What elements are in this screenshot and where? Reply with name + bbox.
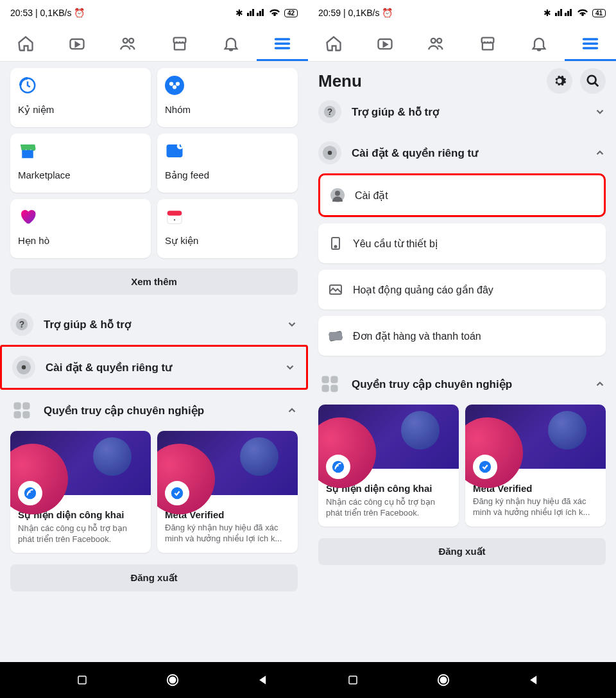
svg-rect-39	[330, 376, 338, 383]
svg-point-25	[437, 38, 441, 42]
signal-icon	[247, 8, 265, 17]
logout-button[interactable]: Đăng xuất	[318, 538, 606, 565]
sub-item-label: Đơn đặt hàng và thanh toán	[353, 330, 481, 342]
pro-card-public-presence[interactable]: Sự hiện diện công khai Nhận các công cụ …	[10, 431, 151, 553]
android-home[interactable]	[164, 672, 181, 688]
svg-rect-38	[322, 376, 329, 383]
help-icon: ?	[10, 313, 33, 336]
shortcut-label: Sự kiện	[165, 235, 290, 247]
help-icon: ?	[318, 100, 341, 123]
android-home[interactable]	[435, 672, 452, 688]
nav-home[interactable]	[308, 26, 359, 61]
shortcut-feeds[interactable]: Bảng feed	[157, 134, 298, 193]
svg-point-34	[335, 246, 337, 248]
status-time: 20:59 | 0,1KB/s ⏰	[318, 8, 393, 18]
svg-point-32	[335, 191, 340, 196]
shortcut-label: Marketplace	[18, 170, 143, 180]
chevron-down-icon	[286, 318, 298, 330]
see-more-button[interactable]: Xem thêm	[10, 268, 298, 295]
top-nav	[308, 26, 616, 62]
row-help[interactable]: ? Trợ giúp & hỗ trợ	[308, 98, 616, 132]
pro-icon	[318, 372, 341, 396]
nav-friends[interactable]	[103, 26, 154, 61]
row-label: Cài đặt & quyền riêng tư	[352, 146, 584, 160]
feed-icon	[165, 141, 184, 161]
screen-right: 20:59 | 0,1KB/s ⏰ ✱ 41 Menu	[308, 0, 616, 662]
sub-item-ad-activity[interactable]: Hoạt động quảng cáo gần đây	[318, 270, 606, 310]
settings-sub-items: Cài đặt Yêu cầu từ thiết bị Hoạt động qu…	[308, 173, 616, 363]
svg-point-2	[129, 38, 133, 42]
pro-card-desc: Đăng ký nhận huy hiệu đã xác minh và hưở…	[473, 496, 598, 518]
wifi-icon	[577, 8, 588, 17]
shortcut-groups[interactable]: Nhóm	[157, 68, 298, 127]
chevron-up-icon	[594, 378, 606, 390]
shortcut-events[interactable]: Sự kiện	[157, 199, 298, 258]
shortcut-label: Nhóm	[165, 104, 290, 115]
nav-marketplace[interactable]	[154, 26, 205, 61]
shortcut-label: Hẹn hò	[18, 235, 143, 247]
battery-indicator: 42	[284, 9, 298, 17]
sub-item-orders-payments[interactable]: Đơn đặt hàng và thanh toán	[318, 316, 606, 356]
svg-rect-18	[22, 403, 30, 410]
row-settings-privacy[interactable]: Cài đặt & quyền riêng tư	[0, 345, 308, 390]
shortcut-memories[interactable]: Kỷ niệm	[10, 68, 151, 127]
shortcut-marketplace[interactable]: Marketplace	[10, 134, 151, 193]
nav-watch[interactable]	[359, 26, 411, 61]
row-pro-access[interactable]: Quyền truy cập chuyên nghiệp	[308, 363, 616, 405]
verified-badge-icon	[165, 481, 189, 505]
svg-point-46	[169, 677, 175, 683]
shortcuts-grid: Kỷ niệm Nhóm Marketplace Bảng feed Hẹn h…	[0, 62, 308, 265]
row-label: Trợ giúp & hỗ trợ	[352, 105, 584, 119]
sub-item-device-requests[interactable]: Yêu cầu từ thiết bị	[318, 223, 606, 263]
svg-point-16	[22, 365, 26, 370]
gear-icon	[318, 141, 341, 164]
verified-badge-icon	[473, 455, 497, 479]
status-bar: 20:59 | 0,1KB/s ⏰ ✱ 41	[308, 0, 616, 26]
heart-icon	[18, 207, 37, 226]
svg-point-21	[24, 487, 36, 499]
row-settings-privacy[interactable]: Cài đặt & quyền riêng tư	[308, 132, 616, 173]
sub-item-settings[interactable]: Cài đặt	[318, 173, 606, 217]
pro-card-meta-verified[interactable]: Meta Verified Đăng ký nhận huy hiệu đã x…	[157, 431, 298, 553]
svg-point-5	[169, 82, 173, 85]
shortcut-dating[interactable]: Hẹn hò	[10, 199, 151, 258]
person-gear-icon	[329, 187, 346, 204]
row-help[interactable]: ? Trợ giúp & hỗ trợ	[0, 304, 308, 345]
nav-notifications[interactable]	[205, 26, 257, 61]
nav-notifications[interactable]	[513, 26, 565, 61]
android-recents[interactable]	[74, 672, 90, 688]
pro-card-public-presence[interactable]: Sự hiện diện công khai Nhận các công cụ …	[318, 405, 459, 527]
svg-rect-41	[330, 385, 338, 392]
search-button[interactable]	[580, 68, 606, 94]
row-pro-access[interactable]: Quyền truy cập chuyên nghiệp	[0, 390, 308, 431]
shortcut-label: Bảng feed	[165, 170, 290, 181]
status-bar: 20:53 | 0,1KB/s ⏰ ✱ 42	[0, 0, 308, 26]
android-recents[interactable]	[345, 672, 361, 688]
pro-card-meta-verified[interactable]: Meta Verified Đăng ký nhận huy hiệu đã x…	[465, 405, 606, 527]
nav-marketplace[interactable]	[462, 26, 513, 61]
row-label: Cài đặt & quyền riêng tư	[46, 361, 274, 374]
chevron-up-icon	[286, 405, 298, 416]
svg-rect-12	[167, 211, 182, 216]
logout-button[interactable]: Đăng xuất	[10, 564, 298, 591]
nav-home[interactable]	[0, 26, 51, 61]
svg-point-49	[441, 677, 447, 683]
store-icon	[18, 141, 37, 161]
nav-friends[interactable]	[411, 26, 462, 61]
android-back[interactable]	[526, 672, 542, 688]
sub-item-label: Hoạt động quảng cáo gần đây	[353, 284, 493, 296]
svg-rect-40	[322, 385, 329, 392]
android-back[interactable]	[255, 672, 271, 688]
nav-menu[interactable]	[257, 26, 308, 61]
pro-icon	[10, 399, 33, 422]
wifi-icon	[269, 8, 280, 17]
clock-icon	[18, 76, 37, 95]
screen-left: 20:53 | 0,1KB/s ⏰ ✱ 42 Kỷ niệm	[0, 0, 308, 662]
svg-rect-44	[78, 676, 86, 684]
nav-menu[interactable]	[565, 26, 616, 61]
settings-gear-button[interactable]	[547, 68, 572, 94]
menu-title: Menu	[318, 71, 362, 91]
nav-watch[interactable]	[51, 26, 103, 61]
card-icon	[327, 327, 344, 344]
bluetooth-icon: ✱	[543, 8, 551, 18]
